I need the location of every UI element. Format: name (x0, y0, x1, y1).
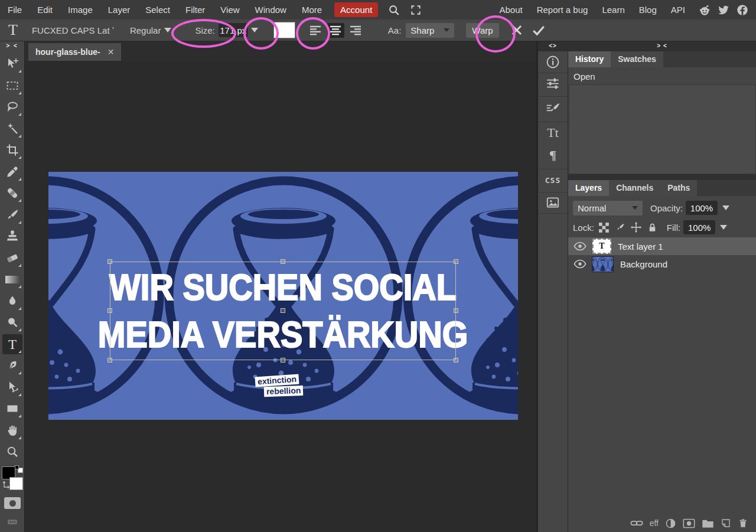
tool-blur[interactable] (2, 291, 22, 311)
adjustments-panel-icon[interactable] (538, 76, 568, 91)
fill-chevron-icon[interactable] (720, 225, 727, 230)
background-layer-thumbnail[interactable] (592, 256, 614, 272)
lock-pixels-icon[interactable] (614, 222, 625, 233)
paragraph-panel-icon[interactable]: ¶ (538, 148, 568, 163)
reddit-icon[interactable] (698, 4, 711, 17)
tool-zoom[interactable] (2, 442, 22, 462)
character-panel-icon[interactable]: Tt (538, 125, 568, 141)
align-left-button[interactable] (307, 23, 324, 38)
tool-direct-select[interactable] (2, 377, 22, 397)
layer-row-text[interactable]: T Text layer 1 (568, 237, 756, 255)
handle-middle-left[interactable] (107, 308, 112, 313)
tool-lasso[interactable] (2, 97, 22, 117)
layer-mask-icon[interactable] (683, 518, 695, 528)
size-chevron-icon[interactable] (251, 28, 258, 32)
handle-top-center[interactable] (281, 259, 285, 264)
twitter-icon[interactable] (717, 4, 730, 17)
layer-row-background[interactable]: Background (568, 255, 756, 273)
link-report-bug[interactable]: Report a bug (530, 0, 595, 19)
menu-image[interactable]: Image (60, 0, 100, 19)
antialias-select[interactable]: Sharp (406, 23, 454, 38)
facebook-icon[interactable] (736, 4, 749, 17)
font-style-select[interactable]: Regular (130, 25, 172, 35)
layer-name[interactable]: Background (620, 259, 667, 269)
layer-name[interactable]: Text layer 1 (618, 241, 663, 252)
tool-rectangle-select[interactable] (2, 76, 22, 96)
link-layers-icon[interactable] (630, 519, 643, 527)
document-tab[interactable]: hour-glass-blue- ✕ (28, 43, 121, 61)
visibility-eye-icon[interactable] (573, 259, 586, 269)
tab-layers[interactable]: Layers (568, 180, 609, 196)
link-about[interactable]: About (492, 0, 529, 19)
lock-position-icon[interactable] (630, 221, 642, 233)
handle-bottom-center[interactable] (281, 358, 285, 363)
search-icon[interactable] (387, 4, 400, 17)
handle-bottom-right[interactable] (454, 358, 458, 363)
tab-history[interactable]: History (568, 51, 611, 67)
menu-edit[interactable]: Edit (30, 0, 60, 19)
swap-colors-icon[interactable] (2, 481, 10, 490)
font-family-select[interactable]: FUCXED CAPS Lat ʼ (32, 25, 122, 35)
background-color-swatch[interactable] (9, 477, 23, 490)
handle-top-right[interactable] (454, 259, 458, 264)
lock-all-icon[interactable] (647, 222, 658, 233)
adjustment-layer-icon[interactable] (665, 518, 676, 529)
tab-close-icon[interactable]: ✕ (107, 47, 115, 57)
info-panel-icon[interactable] (538, 54, 568, 70)
tool-rectangle[interactable] (2, 399, 22, 419)
tool-crop[interactable] (2, 140, 22, 160)
delete-layer-trash-icon[interactable] (738, 518, 748, 528)
menu-layer[interactable]: Layer (100, 0, 138, 19)
canvas[interactable]: WIR SUCHEN SOCIAL MEDIA VERSTÄRKUNG exti… (48, 172, 518, 420)
tool-brush[interactable] (2, 205, 22, 225)
css-panel-icon[interactable]: CSS (538, 176, 568, 185)
toolbar-collapse-handle[interactable]: > < (0, 41, 24, 51)
panel-collapse-handle[interactable]: > < (568, 41, 756, 51)
visibility-eye-icon[interactable] (573, 241, 586, 251)
fullscreen-icon[interactable] (410, 4, 422, 16)
tool-pen[interactable] (2, 355, 22, 376)
menu-more[interactable]: More (294, 0, 330, 19)
tool-gradient[interactable] (2, 269, 22, 289)
account-button[interactable]: Account (334, 2, 378, 17)
font-size-input[interactable]: 171 px (219, 23, 248, 37)
handle-middle-right[interactable] (454, 308, 458, 313)
layer-effects-button[interactable]: eff (650, 518, 659, 528)
align-right-button[interactable] (347, 23, 364, 38)
menu-select[interactable]: Select (138, 0, 178, 19)
new-group-folder-icon[interactable] (702, 518, 714, 528)
tool-clone-stamp[interactable] (2, 226, 22, 246)
link-blog[interactable]: Blog (632, 0, 664, 19)
tool-spot-heal[interactable] (2, 183, 22, 203)
align-center-button[interactable] (327, 23, 344, 38)
tab-swatches[interactable]: Swatches (611, 51, 663, 67)
color-swatches-widget[interactable] (2, 465, 23, 492)
quick-mask-button[interactable] (4, 497, 21, 509)
tool-eyedropper[interactable] (2, 162, 22, 182)
tool-hand[interactable] (2, 420, 22, 440)
handle-top-left[interactable] (107, 259, 112, 264)
new-layer-icon[interactable] (721, 518, 731, 528)
tool-type[interactable]: T (2, 334, 22, 354)
tab-paths[interactable]: Paths (660, 180, 697, 196)
menu-filter[interactable]: Filter (178, 0, 213, 19)
handle-bottom-left[interactable] (107, 358, 112, 363)
cancel-edit-icon[interactable] (510, 23, 524, 37)
handle-center[interactable] (281, 308, 285, 313)
tab-channels[interactable]: Channels (609, 180, 660, 196)
link-learn[interactable]: Learn (595, 0, 631, 19)
text-layer-thumbnail[interactable]: T (592, 239, 611, 254)
confirm-edit-icon[interactable] (531, 22, 546, 38)
menu-window[interactable]: Window (247, 0, 294, 19)
lock-transparency-icon[interactable] (598, 222, 610, 233)
image-panel-icon[interactable] (538, 195, 568, 210)
fill-input[interactable]: 100% (683, 220, 715, 234)
text-color-swatch[interactable] (273, 22, 295, 38)
tool-magic-wand[interactable] (2, 119, 22, 139)
menu-file[interactable]: File (0, 0, 30, 19)
history-item-open[interactable]: Open (568, 69, 756, 84)
opacity-chevron-icon[interactable] (722, 205, 729, 210)
blend-mode-select[interactable]: Normal (573, 201, 643, 216)
menu-view[interactable]: View (213, 0, 247, 19)
link-api[interactable]: API (664, 0, 692, 19)
